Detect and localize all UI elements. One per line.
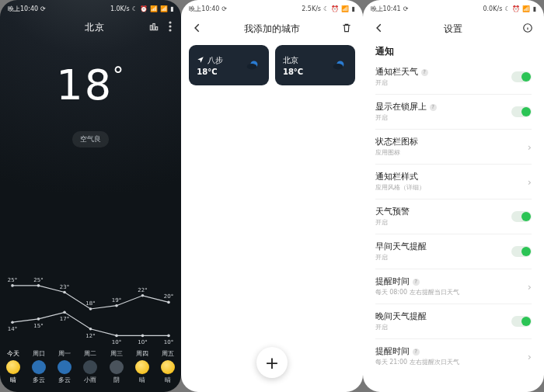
battery-icon: ▮	[351, 5, 354, 12]
svg-rect-1	[153, 23, 155, 29]
card-weather-icon	[244, 56, 261, 76]
signal-icon: 📶	[522, 5, 530, 12]
air-quality-badge[interactable]: 空气良	[72, 131, 109, 147]
svg-point-4	[169, 25, 172, 27]
add-city-icon[interactable]	[148, 21, 159, 34]
svg-rect-0	[151, 25, 152, 29]
svg-point-35	[247, 64, 257, 69]
settings-item[interactable]: 天气预警 开启	[375, 199, 532, 234]
alarm-icon: ⏰	[331, 5, 339, 12]
svg-text:17°: 17°	[60, 316, 69, 322]
signal-icon: 📶	[150, 5, 158, 12]
moon-icon: ☾	[504, 5, 510, 12]
svg-point-16	[141, 294, 145, 297]
forecast-day[interactable]: 周五 晴	[155, 349, 181, 392]
day-condition: 多云	[58, 376, 71, 384]
settings-item[interactable]: 提醒时间? 每天 21:00 左右提醒次日天气 ›	[375, 339, 532, 373]
toggle-switch[interactable]	[511, 316, 532, 327]
day-label: 今天	[7, 350, 19, 358]
help-icon[interactable]: ?	[413, 279, 420, 286]
settings-item-title: 状态栏图标	[375, 137, 418, 147]
settings-item[interactable]: 通知栏样式 应用风格（详细） ›	[375, 165, 532, 199]
weather-icon	[58, 360, 71, 374]
help-icon[interactable]: ?	[413, 349, 420, 356]
svg-text:25°: 25°	[33, 277, 43, 283]
sync-icon: ⟳	[40, 5, 46, 12]
settings-item[interactable]: 提醒时间? 每天 08:00 左右提醒当日天气 ›	[375, 269, 532, 304]
page-title: 我添加的城市	[244, 23, 300, 36]
svg-point-24	[63, 311, 66, 314]
svg-point-6	[11, 284, 14, 287]
forecast-day[interactable]: 周日 多云	[26, 349, 51, 392]
forecast-day-bar[interactable]: 今天 晴 周日 多云 周一 多云 周二 小雨 周三 阴 周四 晴 周五 晴	[0, 349, 181, 392]
settings-item-subtitle: 应用图标	[375, 148, 418, 157]
day-label: 周四	[136, 350, 148, 358]
delete-icon[interactable]	[341, 23, 352, 36]
wifi-icon: 📶	[160, 5, 168, 12]
forecast-day[interactable]: 周一 多云	[52, 349, 78, 392]
weather-icon	[161, 360, 175, 374]
day-label: 周三	[110, 350, 123, 358]
toggle-switch[interactable]	[511, 71, 532, 82]
svg-text:14°: 14°	[8, 326, 17, 332]
settings-item[interactable]: 显示在锁屏上? 开启	[375, 95, 532, 130]
moon-icon: ☾	[132, 5, 138, 12]
svg-text:20°: 20°	[164, 293, 173, 300]
forecast-day[interactable]: 周四 晴	[129, 349, 155, 392]
settings-list: 通知栏天气? 开启 显示在锁屏上? 开启 状态栏图标 应用图标 › 通知栏样式 …	[363, 60, 544, 373]
city-list-header: 我添加的城市	[181, 17, 362, 40]
svg-point-18	[167, 301, 170, 304]
toggle-switch[interactable]	[511, 106, 532, 117]
status-bar: 晚上10:40 ⟳ 2.5K/s ☾ ⏰ 📶 ▮	[181, 0, 362, 17]
more-icon[interactable]	[169, 21, 172, 34]
chevron-right-icon: ›	[528, 351, 532, 363]
settings-item[interactable]: 晚间天气提醒 开启	[375, 304, 532, 339]
add-city-fab[interactable]: +	[256, 347, 288, 378]
svg-point-37	[333, 64, 343, 69]
info-icon[interactable]	[522, 23, 533, 36]
settings-item-title: 天气预警	[375, 206, 410, 217]
settings-screen: 晚上10:41 ⟳ 0.0K/s ☾ ⏰ 📶 ▮ 设置 通知 通知栏天气? 开启…	[363, 0, 544, 392]
temp-value: 18	[56, 61, 113, 109]
battery-icon: ▮	[170, 5, 173, 12]
forecast-day[interactable]: 周三 阴	[103, 349, 129, 392]
svg-text:10°: 10°	[164, 339, 173, 345]
settings-item[interactable]: 通知栏天气? 开启	[375, 60, 532, 95]
net-rate: 0.0K/s	[483, 5, 502, 12]
svg-point-10	[63, 291, 66, 294]
svg-point-20	[11, 321, 14, 324]
back-icon[interactable]	[192, 23, 203, 36]
moon-icon: ☾	[323, 5, 329, 12]
help-icon[interactable]: ?	[430, 104, 437, 111]
city-cards: 八步 18°C 北京 18°C	[181, 40, 362, 90]
settings-item-subtitle: 开启	[375, 253, 427, 262]
svg-text:12°: 12°	[85, 333, 95, 339]
weather-icon	[83, 360, 97, 374]
section-header: 通知	[363, 40, 544, 60]
city-card[interactable]: 北京 18°C	[275, 45, 355, 85]
chevron-right-icon: ›	[528, 141, 532, 153]
forecast-day[interactable]: 今天 晴	[0, 349, 26, 392]
help-icon[interactable]: ?	[421, 69, 428, 76]
chevron-right-icon: ›	[528, 176, 532, 188]
settings-item[interactable]: 状态栏图标 应用图标 ›	[375, 130, 532, 165]
settings-item[interactable]: 早间天气提醒 开启	[375, 234, 532, 269]
back-icon[interactable]	[374, 23, 385, 36]
status-time: 晚上10:41	[371, 5, 401, 13]
toggle-switch[interactable]	[511, 211, 532, 222]
forecast-day[interactable]: 周二 小雨	[78, 349, 103, 392]
day-condition: 晴	[139, 376, 145, 384]
signal-icon: 📶	[341, 5, 349, 12]
alarm-icon: ⏰	[512, 5, 520, 12]
current-temperature: 18°	[0, 61, 181, 109]
page-title: 设置	[444, 23, 462, 36]
settings-item-subtitle: 开启	[375, 218, 410, 227]
toggle-switch[interactable]	[511, 246, 532, 257]
city-name[interactable]: 北京	[85, 21, 105, 34]
card-weather-icon	[330, 56, 347, 76]
weather-header: 北京	[0, 17, 181, 37]
battery-icon: ▮	[532, 5, 535, 12]
city-list-screen: 晚上10:40 ⟳ 2.5K/s ☾ ⏰ 📶 ▮ 我添加的城市 八步 18°C	[181, 0, 362, 392]
city-card[interactable]: 八步 18°C	[189, 45, 269, 85]
sync-icon: ⟳	[221, 5, 227, 12]
